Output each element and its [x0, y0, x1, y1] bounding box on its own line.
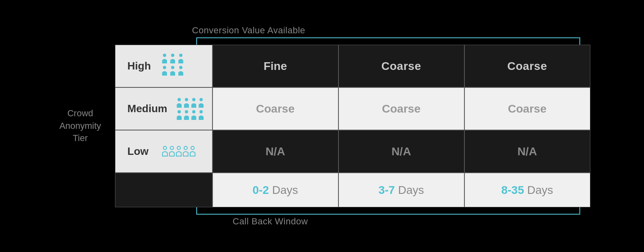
low-icon: [162, 145, 196, 159]
cell-value: Coarse: [382, 60, 421, 73]
tier-medium-label: Medium: [128, 102, 167, 115]
cell-high-coarse-1: Coarse: [338, 45, 464, 87]
cell-days-3-7: 3-7 Days: [338, 173, 464, 207]
svg-point-1: [171, 54, 174, 57]
main-layout: Crowd Anonymity Tier High: [54, 45, 590, 207]
cell-value: N/A: [517, 145, 537, 158]
tier-high-label: High: [128, 60, 151, 72]
cell-low-na-2: N/A: [338, 130, 464, 173]
svg-point-18: [191, 146, 194, 150]
svg-point-0: [163, 54, 166, 57]
svg-point-5: [179, 66, 182, 69]
cell-low-na-1: N/A: [212, 130, 338, 173]
bottom-bracket: [196, 207, 580, 215]
svg-point-17: [184, 146, 187, 150]
tier-low-label: Low: [128, 145, 149, 158]
cell-days-8-35: 8-35 Days: [464, 173, 590, 207]
crowd-anonymity-label: Crowd Anonymity Tier: [54, 107, 107, 145]
cell-medium-coarse-1: Coarse: [212, 87, 338, 130]
top-bracket: [196, 37, 580, 45]
svg-point-8: [192, 98, 195, 101]
data-grid: High: [115, 45, 590, 207]
days-value: 3-7 Days: [378, 184, 424, 197]
svg-point-6: [178, 98, 181, 101]
cell-value: N/A: [265, 145, 285, 158]
row-header-medium: Medium: [115, 87, 212, 130]
cell-value: Coarse: [508, 102, 546, 115]
cell-high-coarse-2: Coarse: [464, 45, 590, 87]
days-value: 0-2 Days: [252, 184, 298, 197]
cell-empty-corner: [115, 173, 212, 207]
table-wrapper: High: [115, 45, 590, 207]
cell-medium-coarse-2: Coarse: [338, 87, 464, 130]
cell-value: Coarse: [507, 60, 547, 73]
cell-value: Fine: [264, 60, 287, 73]
row-header-high: High: [115, 45, 212, 87]
svg-point-14: [163, 146, 167, 150]
cell-high-fine: Fine: [212, 45, 338, 87]
svg-point-10: [178, 110, 181, 113]
days-value: 8-35 Days: [501, 184, 553, 197]
svg-point-4: [171, 66, 174, 69]
svg-point-12: [192, 110, 195, 113]
callback-label: Call Back Window: [168, 216, 308, 227]
cell-value: Coarse: [382, 102, 421, 115]
conversion-label: Conversion Value Available: [168, 25, 306, 36]
svg-point-3: [163, 66, 166, 69]
svg-point-11: [185, 110, 188, 113]
high-icon: [160, 52, 185, 80]
cell-days-0-2: 0-2 Days: [212, 173, 338, 207]
svg-point-13: [199, 110, 203, 113]
svg-point-2: [179, 54, 182, 57]
main-container: Conversion Value Available Crowd Anonymi…: [38, 8, 607, 244]
cell-value: Coarse: [256, 102, 295, 115]
cell-medium-coarse-3: Coarse: [464, 87, 590, 130]
svg-point-16: [177, 146, 180, 150]
svg-point-9: [199, 98, 203, 101]
svg-point-7: [185, 98, 188, 101]
medium-icon: [176, 96, 205, 121]
row-header-low: Low: [115, 130, 212, 173]
cell-low-na-3: N/A: [464, 130, 590, 173]
svg-point-15: [170, 146, 173, 150]
cell-value: N/A: [391, 145, 411, 158]
